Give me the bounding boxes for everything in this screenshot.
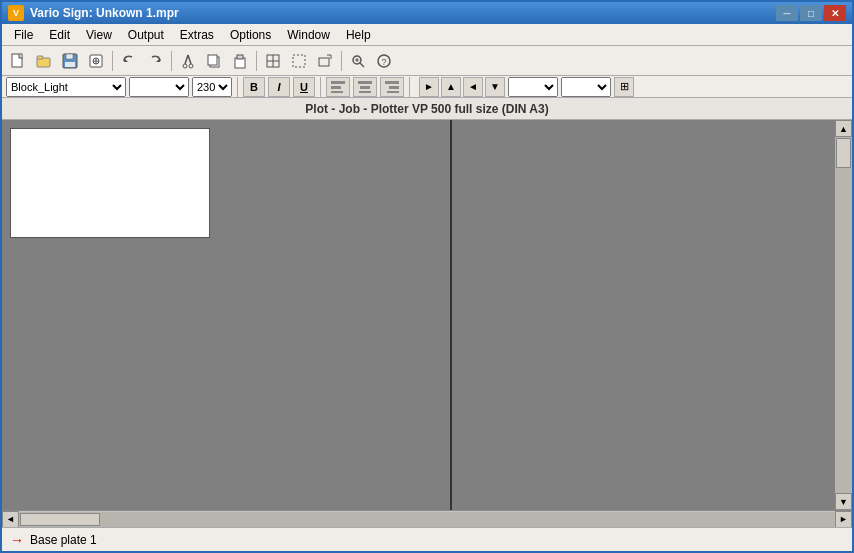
minimize-button[interactable]: ─	[776, 5, 798, 21]
svg-line-15	[188, 55, 191, 64]
svg-rect-4	[66, 54, 73, 59]
job-info-label: Plot - Job - Plotter VP 500 full size (D…	[305, 102, 548, 116]
distribute-button[interactable]: ⊞	[614, 77, 634, 97]
svg-rect-2	[37, 56, 43, 59]
vertical-scrollbar: ▲ ▼	[835, 120, 852, 510]
menu-file[interactable]: File	[6, 26, 41, 44]
svg-rect-23	[293, 55, 305, 67]
format-separator-1	[237, 77, 238, 97]
italic-button[interactable]: I	[268, 77, 290, 97]
toolbar-separator-2	[171, 51, 172, 71]
paste-button[interactable]	[228, 50, 252, 72]
undo-button[interactable]	[117, 50, 141, 72]
font-size-select[interactable]: 230	[192, 77, 232, 97]
title-bar: V Vario Sign: Unkown 1.mpr ─ □ ✕	[2, 2, 852, 24]
menu-output[interactable]: Output	[120, 26, 172, 44]
scroll-h-thumb[interactable]	[20, 513, 100, 526]
page-divider	[450, 120, 452, 510]
svg-rect-41	[387, 91, 399, 93]
scroll-left-button[interactable]: ◄	[2, 511, 19, 528]
svg-rect-5	[65, 62, 75, 67]
align-center-img[interactable]	[353, 77, 377, 97]
scroll-v-track[interactable]	[835, 137, 852, 493]
menu-window[interactable]: Window	[279, 26, 338, 44]
window-title: Vario Sign: Unkown 1.mpr	[30, 6, 776, 20]
align-h-select[interactable]	[508, 77, 558, 97]
align-right-img[interactable]	[380, 77, 404, 97]
svg-line-28	[360, 63, 364, 67]
align-arrows: ► ▲ ◄ ▼	[419, 77, 505, 97]
svg-point-13	[189, 64, 193, 68]
svg-rect-24	[319, 58, 329, 66]
arrow-down-button[interactable]: ▼	[485, 77, 505, 97]
app-icon: V	[8, 5, 24, 21]
svg-rect-33	[331, 81, 345, 84]
status-bar: → Base plate 1	[2, 527, 852, 551]
help-button[interactable]: ?	[372, 50, 396, 72]
window-controls: ─ □ ✕	[776, 5, 846, 21]
print-preview-button[interactable]	[84, 50, 108, 72]
app-window: V Vario Sign: Unkown 1.mpr ─ □ ✕ File Ed…	[0, 0, 854, 553]
close-button[interactable]: ✕	[824, 5, 846, 21]
main-toolbar: ?	[2, 46, 852, 76]
move-button[interactable]	[261, 50, 285, 72]
arrow-right-button[interactable]: ►	[419, 77, 439, 97]
svg-line-14	[185, 55, 188, 64]
page-canvas	[10, 128, 210, 238]
svg-rect-36	[358, 81, 372, 84]
toolbar-separator-3	[256, 51, 257, 71]
save-button[interactable]	[58, 50, 82, 72]
toolbar-separator-1	[112, 51, 113, 71]
svg-rect-35	[331, 91, 343, 93]
tab-arrow-icon: →	[10, 532, 24, 548]
svg-rect-40	[389, 86, 399, 89]
svg-rect-39	[385, 81, 399, 84]
svg-text:?: ?	[382, 57, 387, 67]
copy-button[interactable]	[202, 50, 226, 72]
canvas-with-scrollbar: ▲ ▼	[2, 120, 852, 510]
scroll-right-button[interactable]: ►	[835, 511, 852, 528]
cut-button[interactable]	[176, 50, 200, 72]
menu-view[interactable]: View	[78, 26, 120, 44]
font-style-select[interactable]	[129, 77, 189, 97]
maximize-button[interactable]: □	[800, 5, 822, 21]
bold-button[interactable]: B	[243, 77, 265, 97]
format-bar: Block_Light 230 B I U ► ▲ ◄ ▼	[2, 76, 852, 98]
format-separator-3	[409, 77, 410, 97]
job-info-bar: Plot - Job - Plotter VP 500 full size (D…	[2, 98, 852, 120]
svg-rect-38	[359, 91, 371, 93]
scroll-h-track[interactable]	[19, 512, 835, 527]
svg-marker-10	[124, 58, 128, 62]
align-left-img[interactable]	[326, 77, 350, 97]
scroll-up-button[interactable]: ▲	[835, 120, 852, 137]
arrow-up-button[interactable]: ▲	[441, 77, 461, 97]
toolbar-separator-4	[341, 51, 342, 71]
menu-extras[interactable]: Extras	[172, 26, 222, 44]
menu-options[interactable]: Options	[222, 26, 279, 44]
arrow-left-button[interactable]: ◄	[463, 77, 483, 97]
content-area: ▲ ▼ ◄ ►	[2, 120, 852, 527]
redo-button[interactable]	[143, 50, 167, 72]
base-plate-tab[interactable]: Base plate 1	[30, 533, 97, 547]
align-v-select[interactable]	[561, 77, 611, 97]
underline-button[interactable]: U	[293, 77, 315, 97]
canvas-area[interactable]	[2, 120, 835, 510]
zoom-in-button[interactable]	[346, 50, 370, 72]
menu-bar: File Edit View Output Extras Options Win…	[2, 24, 852, 46]
menu-edit[interactable]: Edit	[41, 26, 78, 44]
svg-rect-37	[360, 86, 370, 89]
resize-button[interactable]	[313, 50, 337, 72]
menu-help[interactable]: Help	[338, 26, 379, 44]
svg-rect-19	[237, 55, 243, 59]
format-separator-2	[320, 77, 321, 97]
svg-rect-17	[208, 55, 217, 65]
open-button[interactable]	[32, 50, 56, 72]
scroll-down-button[interactable]: ▼	[835, 493, 852, 510]
svg-rect-34	[331, 86, 341, 89]
new-button[interactable]	[6, 50, 30, 72]
font-name-select[interactable]: Block_Light	[6, 77, 126, 97]
select-button[interactable]	[287, 50, 311, 72]
scroll-v-thumb[interactable]	[836, 138, 851, 168]
svg-point-12	[183, 64, 187, 68]
horizontal-scrollbar: ◄ ►	[2, 510, 852, 527]
